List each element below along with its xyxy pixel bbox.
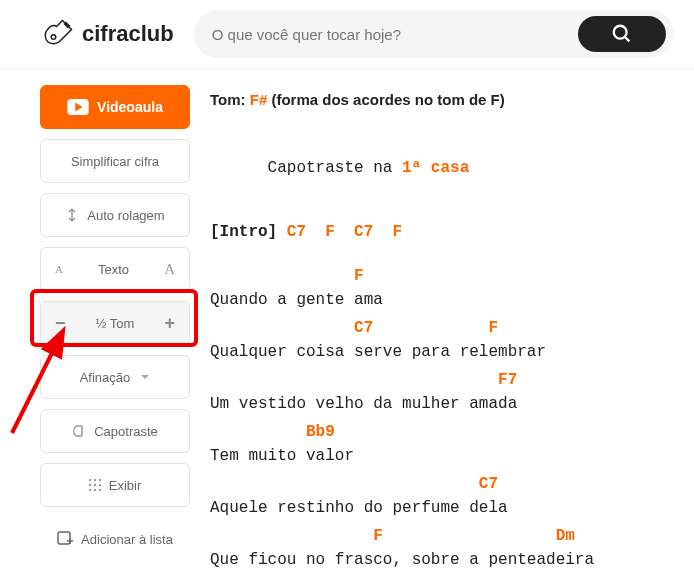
intro-label: [Intro]: [210, 223, 277, 241]
capo-label: Capotraste na: [268, 159, 402, 177]
chord-line: C7: [210, 472, 694, 496]
small-a-icon: A: [55, 263, 63, 275]
chord-line: C7 F: [210, 316, 694, 340]
tom-label: ½ Tom: [96, 316, 135, 331]
adicionar-label: Adicionar à lista: [81, 532, 173, 547]
minus-icon[interactable]: −: [55, 313, 66, 334]
simplificar-label: Simplificar cifra: [71, 154, 159, 169]
lyric-line: Tem muito valor: [210, 444, 694, 468]
svg-rect-7: [94, 479, 96, 481]
verse-block: FQuando a gente ama C7 FQualquer coisa s…: [210, 264, 694, 572]
svg-rect-15: [58, 532, 70, 544]
svg-rect-13: [94, 489, 96, 491]
chord-line: F7: [210, 368, 694, 392]
search-icon: [611, 23, 633, 45]
svg-line-4: [625, 37, 630, 42]
search-wrap: [194, 10, 674, 58]
big-a-icon: A: [164, 261, 175, 278]
svg-rect-8: [99, 479, 101, 481]
chord-line: Bb9: [210, 420, 694, 444]
chord-line: F Dm: [210, 524, 694, 548]
lyric-line: Quando a gente ama: [210, 288, 694, 312]
adicionar-button[interactable]: Adicionar à lista: [40, 517, 190, 561]
capotraste-button[interactable]: Capotraste: [40, 409, 190, 453]
autorolagem-button[interactable]: Auto rolagem: [40, 193, 190, 237]
autorolagem-label: Auto rolagem: [87, 208, 164, 223]
play-icon: [67, 99, 89, 115]
capotraste-label: Capotraste: [94, 424, 158, 439]
svg-rect-11: [99, 484, 101, 486]
lyric-line: Um vestido velho da mulher amada: [210, 392, 694, 416]
svg-rect-9: [89, 484, 91, 486]
svg-rect-12: [89, 489, 91, 491]
search-button[interactable]: [578, 16, 666, 52]
svg-point-3: [614, 26, 627, 39]
lyric-pair: F7Um vestido velho da mulher amada: [210, 368, 694, 416]
chevron-down-icon: [140, 370, 150, 385]
intro-line: [Intro] C7 F C7 F: [210, 220, 694, 244]
guitar-icon: [40, 16, 76, 52]
tom-label-text: Tom:: [210, 91, 250, 108]
tom-key[interactable]: F#: [250, 91, 268, 108]
texto-label: Texto: [98, 262, 129, 277]
simplificar-button[interactable]: Simplificar cifra: [40, 139, 190, 183]
svg-point-0: [51, 35, 56, 40]
main: Videoaula Simplificar cifra Auto rolagem…: [0, 69, 694, 576]
videoaula-button[interactable]: Videoaula: [40, 85, 190, 129]
grid-icon: [89, 479, 101, 491]
svg-rect-6: [89, 479, 91, 481]
tom-button[interactable]: − ½ Tom +: [40, 301, 190, 345]
lyric-line: Que ficou no frasco, sobre a penteadeira: [210, 548, 694, 572]
capo-line: Capotraste na 1ª casa: [210, 132, 694, 204]
scroll-icon: [65, 208, 79, 222]
tom-note: (forma dos acordes no tom de F): [267, 91, 505, 108]
brand-text: cifraclub: [82, 21, 174, 47]
capo-value[interactable]: 1ª casa: [402, 159, 469, 177]
afinacao-button[interactable]: Afinação: [40, 355, 190, 399]
exibir-label: Exibir: [109, 478, 142, 493]
add-list-icon: [57, 531, 73, 547]
intro-chords: C7 F C7 F: [277, 223, 402, 241]
svg-rect-10: [94, 484, 96, 486]
content: Tom: F# (forma dos acordes no tom de F) …: [210, 85, 694, 576]
search-input[interactable]: [212, 26, 578, 43]
exibir-button[interactable]: Exibir: [40, 463, 190, 507]
lyric-pair: FQuando a gente ama: [210, 264, 694, 312]
capo-icon: [72, 424, 86, 438]
lyric-pair: Bb9Tem muito valor: [210, 420, 694, 468]
lyric-pair: F DmQue ficou no frasco, sobre a pentead…: [210, 524, 694, 572]
logo[interactable]: cifraclub: [40, 16, 174, 52]
svg-rect-14: [99, 489, 101, 491]
header: cifraclub: [0, 0, 694, 69]
lyric-pair: C7 FQualquer coisa serve para relembrar: [210, 316, 694, 364]
lyric-line: Qualquer coisa serve para relembrar: [210, 340, 694, 364]
tom-line: Tom: F# (forma dos acordes no tom de F): [210, 89, 694, 112]
afinacao-label: Afinação: [80, 370, 131, 385]
texto-button[interactable]: A Texto A: [40, 247, 190, 291]
videoaula-label: Videoaula: [97, 99, 163, 115]
sidebar: Videoaula Simplificar cifra Auto rolagem…: [40, 85, 190, 576]
chord-line: F: [210, 264, 694, 288]
plus-icon[interactable]: +: [164, 313, 175, 334]
lyric-line: Aquele restinho do perfume dela: [210, 496, 694, 520]
lyric-pair: C7Aquele restinho do perfume dela: [210, 472, 694, 520]
